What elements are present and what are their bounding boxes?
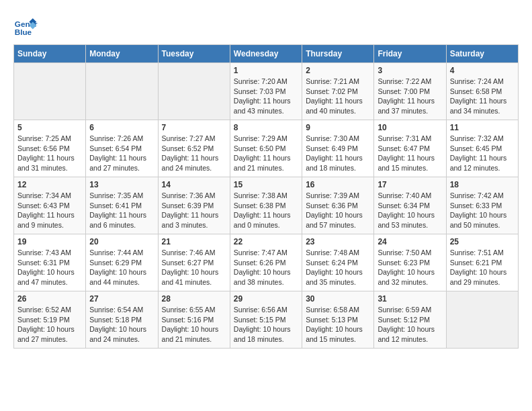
calendar-cell: 11Sunrise: 7:32 AM Sunset: 6:45 PM Dayli… [446,120,518,177]
calendar-cell: 28Sunrise: 6:55 AM Sunset: 5:16 PM Dayli… [158,291,230,349]
day-info: Sunrise: 7:35 AM Sunset: 6:41 PM Dayligh… [89,191,154,230]
day-number: 29 [234,294,298,304]
calendar-cell: 12Sunrise: 7:34 AM Sunset: 6:43 PM Dayli… [14,177,86,234]
calendar-cell: 14Sunrise: 7:36 AM Sunset: 6:39 PM Dayli… [158,177,230,234]
day-info: Sunrise: 6:56 AM Sunset: 5:15 PM Dayligh… [234,305,298,345]
day-number: 23 [306,237,370,246]
day-info: Sunrise: 6:52 AM Sunset: 5:19 PM Dayligh… [17,305,82,345]
day-number: 26 [17,294,82,304]
day-info: Sunrise: 6:59 AM Sunset: 5:12 PM Dayligh… [378,305,442,345]
day-info: Sunrise: 7:50 AM Sunset: 6:23 PM Dayligh… [378,248,442,287]
calendar-cell: 23Sunrise: 7:48 AM Sunset: 6:24 PM Dayli… [302,234,374,291]
day-info: Sunrise: 7:51 AM Sunset: 6:21 PM Dayligh… [450,248,515,287]
day-info: Sunrise: 7:42 AM Sunset: 6:33 PM Dayligh… [450,191,515,230]
calendar-cell: 24Sunrise: 7:50 AM Sunset: 6:23 PM Dayli… [374,234,446,291]
day-info: Sunrise: 6:55 AM Sunset: 5:16 PM Dayligh… [162,305,226,345]
day-number: 3 [378,66,442,75]
calendar-week: 26Sunrise: 6:52 AM Sunset: 5:19 PM Dayli… [14,291,519,349]
calendar-cell: 10Sunrise: 7:31 AM Sunset: 6:47 PM Dayli… [374,120,446,177]
day-number: 15 [234,180,298,189]
calendar-cell: 3Sunrise: 7:22 AM Sunset: 7:00 PM Daylig… [374,63,446,120]
day-info: Sunrise: 7:31 AM Sunset: 6:47 PM Dayligh… [378,134,442,173]
calendar-cell [14,63,86,120]
days-of-week-row: SundayMondayTuesdayWednesdayThursdayFrid… [14,45,519,63]
day-info: Sunrise: 7:48 AM Sunset: 6:24 PM Dayligh… [306,248,370,287]
logo: General Blue [13,13,38,38]
calendar-week: 12Sunrise: 7:34 AM Sunset: 6:43 PM Dayli… [14,177,519,234]
calendar-cell: 25Sunrise: 7:51 AM Sunset: 6:21 PM Dayli… [446,234,518,291]
calendar-cell: 5Sunrise: 7:25 AM Sunset: 6:56 PM Daylig… [14,120,86,177]
calendar-cell: 2Sunrise: 7:21 AM Sunset: 7:02 PM Daylig… [302,63,374,120]
day-info: Sunrise: 7:43 AM Sunset: 6:31 PM Dayligh… [17,248,82,287]
day-info: Sunrise: 7:29 AM Sunset: 6:50 PM Dayligh… [234,134,298,173]
day-info: Sunrise: 7:24 AM Sunset: 6:58 PM Dayligh… [450,77,515,116]
dow-header: Wednesday [230,45,302,63]
day-number: 8 [234,123,298,132]
day-number: 31 [378,294,442,304]
day-number: 27 [89,294,154,304]
day-info: Sunrise: 7:40 AM Sunset: 6:34 PM Dayligh… [378,191,442,230]
calendar-cell [446,291,518,349]
calendar-week: 19Sunrise: 7:43 AM Sunset: 6:31 PM Dayli… [14,234,519,291]
day-number: 2 [306,66,370,75]
calendar-cell: 30Sunrise: 6:58 AM Sunset: 5:13 PM Dayli… [302,291,374,349]
calendar-cell: 16Sunrise: 7:39 AM Sunset: 6:36 PM Dayli… [302,177,374,234]
day-number: 10 [378,123,442,132]
svg-text:Blue: Blue [15,28,32,36]
calendar-cell: 27Sunrise: 6:54 AM Sunset: 5:18 PM Dayli… [86,291,158,349]
day-info: Sunrise: 7:44 AM Sunset: 6:29 PM Dayligh… [89,248,154,287]
dow-header: Friday [374,45,446,63]
day-number: 7 [162,123,226,132]
day-number: 28 [162,294,226,304]
day-number: 4 [450,66,515,75]
calendar-table: SundayMondayTuesdayWednesdayThursdayFrid… [13,44,519,349]
day-number: 11 [450,123,515,132]
calendar-cell: 13Sunrise: 7:35 AM Sunset: 6:41 PM Dayli… [86,177,158,234]
calendar-week: 5Sunrise: 7:25 AM Sunset: 6:56 PM Daylig… [14,120,519,177]
day-info: Sunrise: 7:47 AM Sunset: 6:26 PM Dayligh… [234,248,298,287]
day-info: Sunrise: 7:26 AM Sunset: 6:54 PM Dayligh… [89,134,154,173]
day-number: 1 [234,66,298,75]
dow-header: Saturday [446,45,518,63]
calendar-cell: 18Sunrise: 7:42 AM Sunset: 6:33 PM Dayli… [446,177,518,234]
day-number: 13 [89,180,154,189]
day-info: Sunrise: 6:58 AM Sunset: 5:13 PM Dayligh… [306,305,370,345]
calendar-cell: 6Sunrise: 7:26 AM Sunset: 6:54 PM Daylig… [86,120,158,177]
day-number: 9 [306,123,370,132]
day-info: Sunrise: 7:36 AM Sunset: 6:39 PM Dayligh… [162,191,226,230]
day-info: Sunrise: 7:20 AM Sunset: 7:03 PM Dayligh… [234,77,298,116]
calendar-cell: 4Sunrise: 7:24 AM Sunset: 6:58 PM Daylig… [446,63,518,120]
day-number: 6 [89,123,154,132]
day-info: Sunrise: 7:39 AM Sunset: 6:36 PM Dayligh… [306,191,370,230]
calendar-cell: 17Sunrise: 7:40 AM Sunset: 6:34 PM Dayli… [374,177,446,234]
day-number: 22 [234,237,298,246]
calendar-cell: 26Sunrise: 6:52 AM Sunset: 5:19 PM Dayli… [14,291,86,349]
day-info: Sunrise: 7:21 AM Sunset: 7:02 PM Dayligh… [306,77,370,116]
calendar-cell: 29Sunrise: 6:56 AM Sunset: 5:15 PM Dayli… [230,291,302,349]
calendar-cell: 9Sunrise: 7:30 AM Sunset: 6:49 PM Daylig… [302,120,374,177]
calendar-cell: 22Sunrise: 7:47 AM Sunset: 6:26 PM Dayli… [230,234,302,291]
day-number: 20 [89,237,154,246]
dow-header: Thursday [302,45,374,63]
page-header: General Blue [13,13,519,38]
calendar-body: 1Sunrise: 7:20 AM Sunset: 7:03 PM Daylig… [14,63,519,349]
dow-header: Sunday [14,45,86,63]
day-number: 17 [378,180,442,189]
day-number: 21 [162,237,226,246]
calendar-cell: 21Sunrise: 7:46 AM Sunset: 6:27 PM Dayli… [158,234,230,291]
day-number: 5 [17,123,82,132]
day-number: 25 [450,237,515,246]
day-info: Sunrise: 7:38 AM Sunset: 6:38 PM Dayligh… [234,191,298,230]
day-info: Sunrise: 7:25 AM Sunset: 6:56 PM Dayligh… [17,134,82,173]
day-number: 12 [17,180,82,189]
calendar-cell: 1Sunrise: 7:20 AM Sunset: 7:03 PM Daylig… [230,63,302,120]
day-info: Sunrise: 7:32 AM Sunset: 6:45 PM Dayligh… [450,134,515,173]
calendar-cell: 19Sunrise: 7:43 AM Sunset: 6:31 PM Dayli… [14,234,86,291]
day-number: 30 [306,294,370,304]
calendar-cell [158,63,230,120]
day-number: 16 [306,180,370,189]
day-number: 18 [450,180,515,189]
day-info: Sunrise: 7:27 AM Sunset: 6:52 PM Dayligh… [162,134,226,173]
day-info: Sunrise: 7:46 AM Sunset: 6:27 PM Dayligh… [162,248,226,287]
calendar-cell: 15Sunrise: 7:38 AM Sunset: 6:38 PM Dayli… [230,177,302,234]
